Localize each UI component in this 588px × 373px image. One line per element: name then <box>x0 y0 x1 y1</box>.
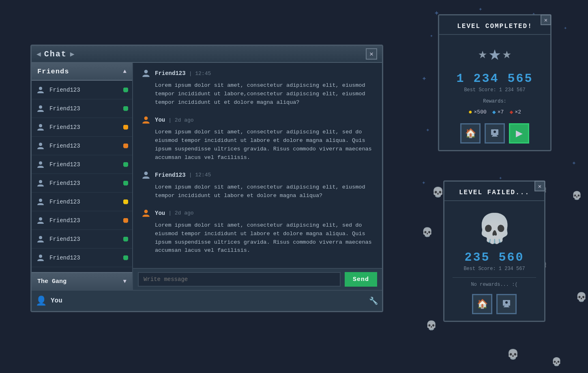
friends-header[interactable]: Friends ▲ <box>32 63 132 81</box>
deco-skull-7: 💀 <box>576 292 587 303</box>
svg-point-1 <box>39 105 42 109</box>
level-failed-panel: ✕ LEVEL FAILED... 💀 235 560 Best Score: … <box>443 180 545 322</box>
chat-title-left: ◀ Chat ▶ <box>36 49 75 59</box>
friend-status-dot-7 <box>123 218 128 223</box>
user-avatar-icon: 👤 <box>36 296 47 307</box>
deco-skull-8: 💀 <box>426 320 437 331</box>
msg-time-2: | 2d ago <box>168 117 193 123</box>
friend-status-dot-0 <box>123 88 128 92</box>
friend-name-6: Friend123 <box>49 199 119 205</box>
chat-titlebar: ◀ Chat ▶ ✕ <box>32 46 382 63</box>
svg-point-12 <box>144 171 148 175</box>
friend-item-4[interactable]: Friend123 <box>32 155 132 174</box>
svg-rect-19 <box>504 306 509 307</box>
friend-name-1: Friend123 <box>49 105 119 112</box>
chat-close-button[interactable]: ✕ <box>366 48 377 60</box>
deco-star-4: ✦ <box>564 24 567 31</box>
chat-sidebar: Friends ▲ Friend123 Friend123 <box>32 63 133 290</box>
svg-point-21 <box>505 301 508 304</box>
chat-title-bracket-left: ◀ <box>36 49 41 58</box>
send-button[interactable]: Send <box>345 272 377 287</box>
star-3: ★ <box>502 45 511 63</box>
friend-avatar-icon-2 <box>36 122 45 132</box>
home-button-failed[interactable]: 🏠 <box>472 294 492 314</box>
action-buttons-row-failed: 🏠 <box>453 294 536 314</box>
friend-avatar-icon-5 <box>36 178 45 188</box>
chat-title-bracket-right: ▶ <box>70 49 75 58</box>
level-failed-body: 💀 235 560 Best Score: 1 234 567 No rewar… <box>444 201 544 321</box>
friend-status-dot-2 <box>123 125 128 130</box>
friend-item-9[interactable]: Friend123 <box>32 249 132 267</box>
msg-sender-1: Friend123 <box>155 70 186 77</box>
msg-avatar-4 <box>140 208 152 219</box>
msg-avatar-3 <box>140 169 152 181</box>
friend-avatar-icon-1 <box>36 104 45 114</box>
achievements-button-failed[interactable] <box>496 294 517 314</box>
level-completed-score: 1 234 565 <box>447 72 542 86</box>
next-button-completed[interactable]: ▶ <box>509 123 529 144</box>
chat-body: Friends ▲ Friend123 Friend123 <box>32 63 382 290</box>
friend-item-7[interactable]: Friend123 <box>32 211 132 230</box>
chat-panel: ◀ Chat ▶ ✕ Friends ▲ Friend123 <box>30 45 383 312</box>
msg-header-1: Friend123 | 12:45 <box>140 68 375 79</box>
msg-time-3: | 12:45 <box>189 172 211 178</box>
level-failed-score: 235 560 <box>453 251 536 264</box>
diamond-icon: ◆ <box>492 108 496 116</box>
friend-status-dot-4 <box>123 162 128 167</box>
level-failed-best-score: Best Score: 1 234 567 <box>453 266 536 272</box>
msg-sender-3: Friend123 <box>155 172 186 178</box>
svg-point-13 <box>144 210 148 213</box>
msg-sender-4: You <box>155 210 165 217</box>
msg-text-3: Lorem ipsum dolor sit amet, consectetur … <box>140 183 375 200</box>
friend-name-8: Friend123 <box>49 236 119 242</box>
svg-rect-16 <box>492 136 498 137</box>
svg-rect-20 <box>504 307 509 307</box>
stars-row: ★ ★ ★ <box>447 41 542 66</box>
friend-item-5[interactable]: Friend123 <box>32 174 132 193</box>
ruby-count: ×2 <box>515 109 521 115</box>
friend-name-7: Friend123 <box>49 217 119 224</box>
level-failed-title: LEVEL FAILED... <box>444 182 544 201</box>
friend-item-2[interactable]: Friend123 <box>32 118 132 137</box>
friend-avatar-icon-8 <box>36 234 45 244</box>
action-buttons-row-completed: 🏠 ▶ <box>447 123 542 144</box>
message-block-1: Friend123 | 12:45 Lorem ipsum dolor sit … <box>140 68 375 107</box>
level-failed-close-button[interactable]: ✕ <box>534 181 545 191</box>
friend-item-0[interactable]: Friend123 <box>32 81 132 99</box>
msg-time-4: | 2d ago <box>168 210 193 216</box>
friend-item-1[interactable]: Friend123 <box>32 99 132 118</box>
friend-status-dot-5 <box>123 181 128 186</box>
friend-item-8[interactable]: Friend123 <box>32 230 132 249</box>
skull-display-icon: 💀 <box>453 212 536 247</box>
friend-item-3[interactable]: Friend123 <box>32 137 132 155</box>
settings-icon[interactable]: 🔧 <box>369 296 378 305</box>
reward-coin: ● ×500 <box>468 109 487 116</box>
friend-name-2: Friend123 <box>49 124 119 131</box>
level-completed-close-button[interactable]: ✕ <box>541 15 551 25</box>
deco-star-10: ✦ <box>422 178 426 186</box>
svg-point-3 <box>39 143 42 146</box>
message-input[interactable] <box>138 272 341 287</box>
friends-list: Friend123 Friend123 Friend123 <box>32 81 132 272</box>
home-button-completed[interactable]: 🏠 <box>460 123 481 144</box>
friend-name-3: Friend123 <box>49 143 119 149</box>
achievements-button-completed[interactable] <box>485 123 505 144</box>
group-header[interactable]: The Gang ▼ <box>32 272 132 290</box>
svg-point-2 <box>39 124 42 127</box>
user-name-label: You <box>51 297 365 304</box>
message-block-2: You | 2d ago Lorem ipsum dolor sit amet,… <box>140 114 375 162</box>
msg-text-4: Lorem ipsum dolor sit amet, consectetur … <box>140 221 375 255</box>
diamond-count: ×7 <box>498 109 504 115</box>
friend-status-dot-6 <box>123 199 128 204</box>
friend-item-6[interactable]: Friend123 <box>32 193 132 211</box>
msg-avatar-2 <box>140 114 152 126</box>
msg-sender-2: You <box>155 117 165 123</box>
deco-skull-5: 💀 <box>422 227 433 238</box>
level-completed-best-score: Best Score: 1 234 567 <box>447 87 542 93</box>
messages-scroll: amet, consectetur adipiscing elit, sed d… <box>133 63 382 268</box>
svg-point-6 <box>39 199 42 202</box>
friend-avatar-icon-4 <box>36 160 45 169</box>
level-completed-title: LEVEL COMPLETED! <box>439 15 550 35</box>
msg-header-4: You | 2d ago <box>140 208 375 219</box>
level-completed-panel: ✕ LEVEL COMPLETED! ★ ★ ★ 1 234 565 Best … <box>438 14 552 151</box>
